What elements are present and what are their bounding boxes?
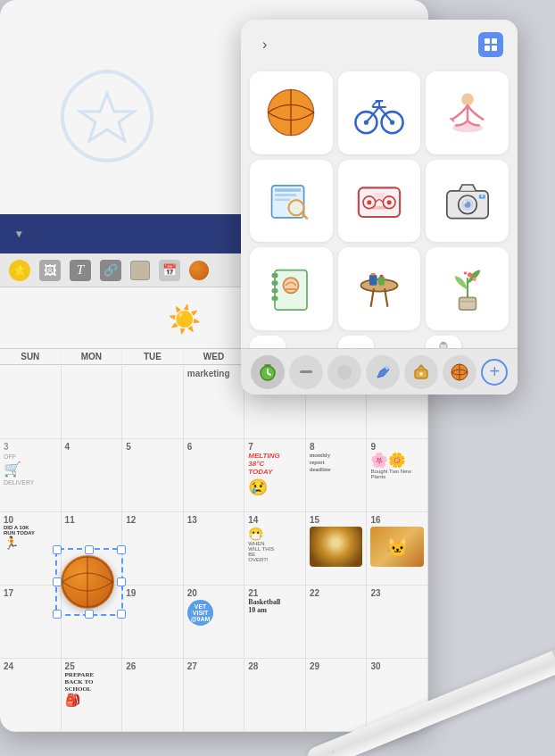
cal-row-2: 3 OFF 🛒 DELIVERY 4 5 6 7 MELTING38°CTODA… <box>0 439 428 512</box>
cal-cell-28: 28 <box>244 659 306 731</box>
svg-rect-45 <box>272 280 278 285</box>
circle-tool-button[interactable] <box>327 355 361 389</box>
header-mon: MON <box>62 349 123 364</box>
planner-chevron-icon: ▾ <box>16 228 21 240</box>
cal-cell-empty <box>0 366 62 438</box>
star-sticker <box>36 54 178 179</box>
sticker-tool-icon[interactable]: ⭐ <box>9 260 30 281</box>
cal-cell-22: 22 <box>306 586 368 658</box>
svg-point-48 <box>284 278 299 293</box>
svg-point-19 <box>461 94 474 106</box>
cal-cell-27: 27 <box>184 659 245 731</box>
sticker-cell-cassette[interactable] <box>338 160 421 243</box>
svg-point-40 <box>463 201 466 204</box>
svg-rect-54 <box>371 273 376 276</box>
cal-cell-29: 29 <box>306 659 368 731</box>
resize-handle-br[interactable] <box>117 610 126 619</box>
cal-cell-17: 17 <box>0 586 62 658</box>
sticker-panel-chevron-icon: › <box>262 37 267 53</box>
resize-handle-bl[interactable] <box>53 610 62 619</box>
resize-handle-ml[interactable] <box>53 577 62 586</box>
minus-icon <box>300 370 312 373</box>
pen-icon <box>374 363 392 381</box>
color-swatch[interactable] <box>130 261 150 280</box>
svg-rect-21 <box>275 188 301 191</box>
sticker-panel-toolbar: + <box>241 348 518 395</box>
sticker-cell-bicycle[interactable] <box>338 71 421 154</box>
resize-handle-tl[interactable] <box>53 545 62 554</box>
basketball-small-icon <box>450 362 469 382</box>
svg-rect-55 <box>378 276 385 285</box>
svg-rect-35 <box>374 193 385 199</box>
svg-point-61 <box>472 277 476 280</box>
cal-cell-empty: marketing <box>184 366 245 438</box>
sticker-grid <box>241 66 518 336</box>
svg-rect-5 <box>492 46 497 51</box>
svg-rect-46 <box>272 288 278 293</box>
cal-cell-20: 20 VETVISIT@9AM <box>184 586 245 658</box>
svg-rect-3 <box>492 38 497 44</box>
sticker-cell-camera[interactable] <box>426 160 509 243</box>
svg-rect-23 <box>275 198 290 201</box>
svg-point-67 <box>441 342 446 345</box>
resize-handle-bm[interactable] <box>85 610 94 619</box>
sticker-panel-header: › <box>241 20 518 66</box>
svg-point-62 <box>463 271 466 274</box>
timer-tool-button[interactable] <box>251 355 285 389</box>
resize-handle-tm[interactable] <box>85 545 94 554</box>
sticker-tag-button[interactable] <box>404 355 438 389</box>
svg-rect-53 <box>369 274 377 285</box>
cal-cell-24: 24 <box>0 659 62 731</box>
add-sticker-button[interactable]: + <box>481 359 508 386</box>
sticker-cell-notebook[interactable] <box>250 247 333 330</box>
resize-handle-mr[interactable] <box>117 577 126 586</box>
cal-row-5: 24 25 PREPAREBACK TO SCHOOL 🎒 26 27 28 2… <box>0 659 428 732</box>
cal-cell-15: 15 <box>306 512 368 585</box>
layout-icon <box>484 37 498 52</box>
basketball-tool-button[interactable] <box>443 355 476 389</box>
cal-cell-12: 12 <box>122 512 184 585</box>
sticker-cell-yoga[interactable] <box>426 71 509 154</box>
cal-cell-8: 8 monthlyreportdeadline <box>306 439 368 511</box>
header-wed: WED <box>184 349 245 364</box>
plus-icon: + <box>490 361 501 382</box>
sticker-panel-layout-button[interactable] <box>478 32 503 57</box>
svg-rect-47 <box>272 295 278 300</box>
circle-icon <box>337 365 352 379</box>
photo-tool-icon[interactable]: 🖼 <box>39 260 61 281</box>
cal-cell-19: 19 <box>122 586 184 658</box>
cal-cell-9: 9 🌸🌼 Bought Two NewPlants <box>367 439 428 511</box>
link-tool-icon[interactable]: 🔗 <box>100 260 121 281</box>
svg-point-30 <box>367 200 371 204</box>
sticker-cell-basketball[interactable] <box>250 71 333 154</box>
cal-cell-5: 5 <box>122 439 184 511</box>
cal-cell-14: 14 😷 WHENWILL THISBEOVER?! <box>244 512 306 585</box>
cal-cell-25: 25 PREPAREBACK TO SCHOOL 🎒 <box>62 659 123 731</box>
calendar-icon[interactable]: 📅 <box>159 260 180 281</box>
timer-icon <box>258 362 278 382</box>
sticker-cell-table[interactable] <box>338 247 421 330</box>
svg-point-60 <box>468 272 472 277</box>
cal-cell-23: 23 <box>367 586 428 658</box>
svg-rect-56 <box>380 274 383 277</box>
cal-cell-empty <box>62 366 123 438</box>
sticker-cell-book-magnifier[interactable] <box>250 160 333 243</box>
resize-handle-tr[interactable] <box>117 545 126 554</box>
svg-rect-22 <box>275 194 296 196</box>
pencil-groove <box>332 750 334 753</box>
text-tool-icon[interactable]: T <box>70 260 91 281</box>
cal-cell-4: 4 <box>62 439 123 511</box>
minus-tool-button[interactable] <box>289 355 323 389</box>
cal-cell-26: 26 <box>122 659 184 731</box>
cal-cell-7: 7 MELTING38°CTODAY 😢 <box>244 439 306 511</box>
svg-point-32 <box>387 200 392 204</box>
sticker-cell-plant[interactable] <box>426 247 509 330</box>
sticker-selection-frame <box>55 548 123 616</box>
cal-cell-21: 21 Basketball10 am <box>244 586 306 658</box>
cal-cell-13: 13 <box>184 512 245 585</box>
cal-cell-3: 3 OFF 🛒 DELIVERY <box>0 439 62 511</box>
svg-rect-2 <box>485 38 490 44</box>
pen-tool-button[interactable] <box>366 355 400 389</box>
basketball-tool-icon[interactable] <box>189 261 209 280</box>
svg-rect-44 <box>272 273 278 278</box>
